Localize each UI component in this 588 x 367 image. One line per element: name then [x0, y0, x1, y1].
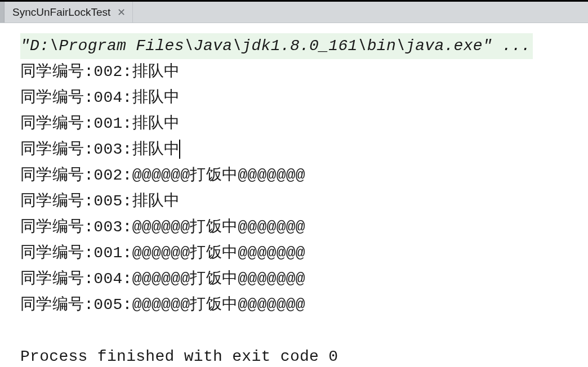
- tab-gutter: [0, 2, 5, 23]
- output-text: 同学编号:001:排队中: [20, 111, 180, 137]
- output-line: 同学编号:004:排队中: [20, 85, 588, 111]
- output-text: 同学编号:001:@@@@@@打饭中@@@@@@@: [20, 240, 305, 266]
- output-line: 同学编号:003:@@@@@@打饭中@@@@@@@: [20, 214, 588, 240]
- output-line: 同学编号:001:@@@@@@打饭中@@@@@@@: [20, 240, 588, 266]
- output-text: 同学编号:004:排队中: [20, 85, 180, 111]
- output-text: 同学编号:005:排队中: [20, 189, 180, 214]
- output-line: 同学编号:005:排队中: [20, 189, 588, 214]
- output-line: 同学编号:001:排队中: [20, 111, 588, 137]
- output-line: 同学编号:005:@@@@@@打饭中@@@@@@@: [20, 292, 588, 318]
- tab-syncunfairlocktest[interactable]: SyncUnFairLockTest ✕: [5, 2, 133, 23]
- exit-message: Process finished with exit code 0: [20, 344, 588, 367]
- tab-bar: SyncUnFairLockTest ✕: [0, 2, 588, 23]
- output-text: 同学编号:004:@@@@@@打饭中@@@@@@@: [20, 266, 305, 292]
- output-text: 同学编号:002:@@@@@@打饭中@@@@@@@: [20, 163, 305, 189]
- command-text: "D:\Program Files\Java\jdk1.8.0_161\bin\…: [20, 33, 533, 59]
- output-line: 同学编号:002:排队中: [20, 59, 588, 85]
- output-lines: 同学编号:002:排队中同学编号:004:排队中同学编号:001:排队中同学编号…: [20, 59, 588, 318]
- output-line: 同学编号:004:@@@@@@打饭中@@@@@@@: [20, 266, 588, 292]
- text-cursor: [179, 140, 181, 159]
- output-line: 同学编号:003:排队中: [20, 137, 588, 163]
- console-output[interactable]: "D:\Program Files\Java\jdk1.8.0_161\bin\…: [0, 23, 588, 367]
- tab-title: SyncUnFairLockTest: [12, 6, 110, 19]
- output-text: 同学编号:003:@@@@@@打饭中@@@@@@@: [20, 214, 305, 240]
- output-text: 同学编号:002:排队中: [20, 59, 180, 85]
- output-text: 同学编号:003:排队中: [20, 137, 180, 163]
- output-line: 同学编号:002:@@@@@@打饭中@@@@@@@: [20, 163, 588, 189]
- output-text: 同学编号:005:@@@@@@打饭中@@@@@@@: [20, 292, 305, 318]
- command-line: "D:\Program Files\Java\jdk1.8.0_161\bin\…: [20, 33, 588, 59]
- close-icon[interactable]: ✕: [117, 7, 126, 17]
